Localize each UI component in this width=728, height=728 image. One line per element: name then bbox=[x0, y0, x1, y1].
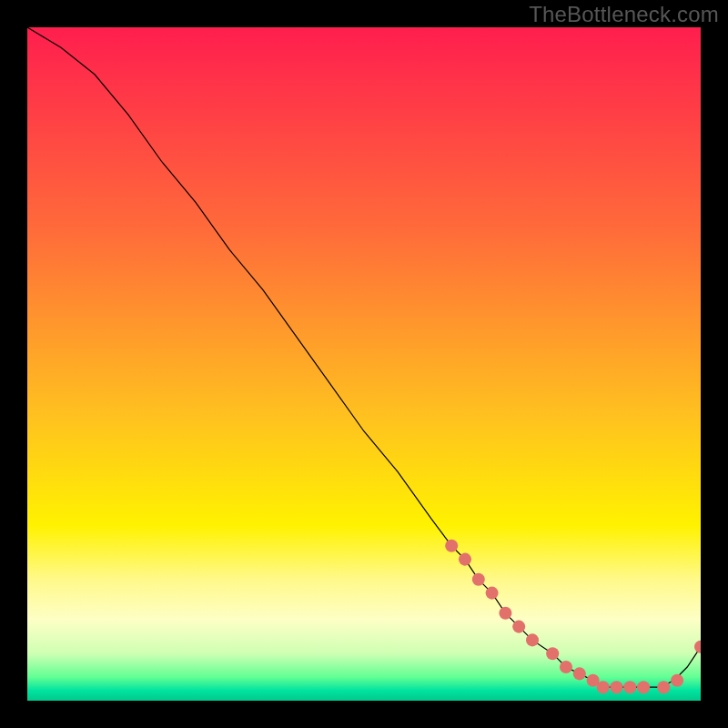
data-point bbox=[597, 681, 610, 693]
watermark-label: TheBottleneck.com bbox=[529, 2, 719, 27]
data-point bbox=[526, 633, 539, 646]
data-point bbox=[573, 667, 586, 680]
data-point bbox=[546, 647, 559, 660]
gradient-background bbox=[27, 27, 701, 701]
data-point bbox=[623, 681, 636, 693]
data-point bbox=[560, 661, 572, 673]
data-point bbox=[445, 540, 458, 552]
data-point bbox=[459, 553, 471, 566]
data-point bbox=[499, 607, 511, 620]
data-point bbox=[472, 573, 485, 586]
data-point bbox=[657, 681, 670, 693]
data-point bbox=[671, 674, 683, 687]
data-point bbox=[512, 621, 525, 633]
chart-container: TheBottleneck.com bbox=[0, 0, 728, 728]
data-point bbox=[486, 587, 499, 600]
data-point bbox=[610, 681, 622, 693]
data-point bbox=[637, 681, 650, 693]
plot-area bbox=[27, 27, 701, 701]
chart-svg bbox=[27, 27, 701, 701]
